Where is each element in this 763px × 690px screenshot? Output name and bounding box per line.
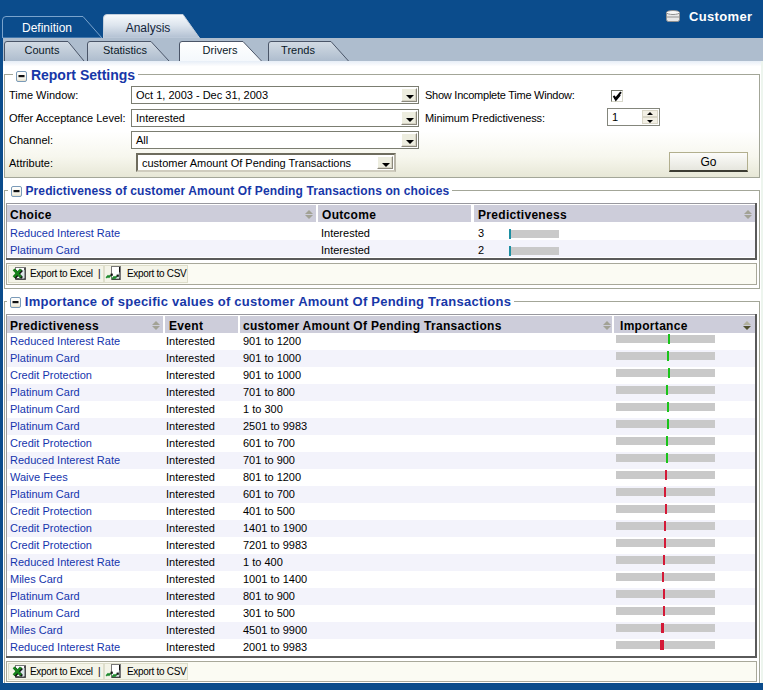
svg-text:Analysis: Analysis xyxy=(126,21,171,35)
svg-text:Counts: Counts xyxy=(25,44,60,56)
svg-text:Trends: Trends xyxy=(281,44,315,56)
svg-text:Definition: Definition xyxy=(22,21,72,35)
svg-text:Statistics: Statistics xyxy=(103,44,148,56)
svg-text:Drivers: Drivers xyxy=(203,44,238,56)
